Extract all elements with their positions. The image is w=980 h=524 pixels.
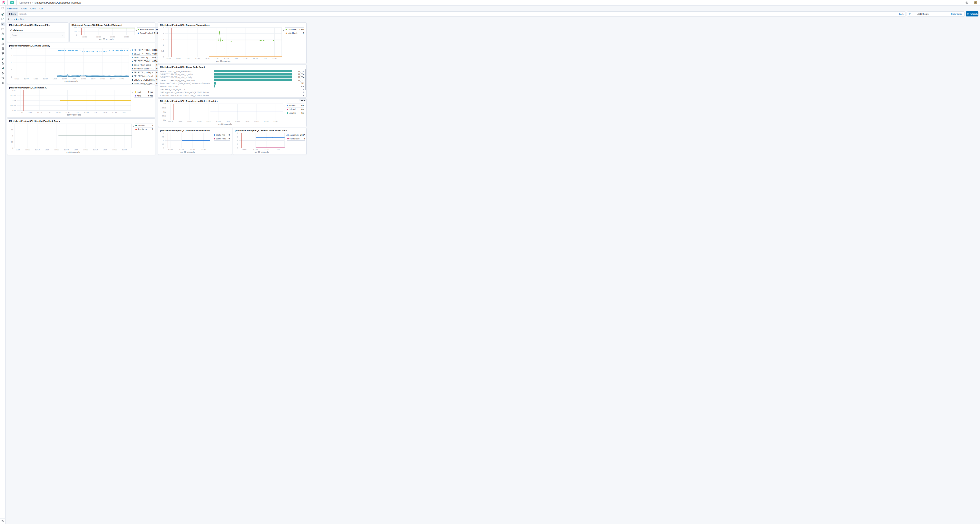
toolbar-link-share[interactable]: Share — [21, 8, 27, 10]
canvas-icon — [1, 27, 4, 30]
query-calls-row[interactable]: CREATE TABLE public.books( role_id seria… — [160, 94, 304, 97]
legend-collapse-icon[interactable] — [130, 48, 132, 83]
legend-collapse-icon[interactable] — [286, 133, 287, 153]
space-badge[interactable]: D — [10, 1, 14, 4]
breadcrumb-dashboard[interactable]: Dashboard — [19, 2, 31, 4]
legend-item[interactable]: write0 ms — [134, 94, 153, 98]
chart-query-latency[interactable]: 0123411:5012:0012:1012:2012:3012:4012:50… — [9, 47, 130, 83]
toolbar-link-full-screen[interactable]: Full screen — [7, 8, 18, 10]
legend-item[interactable]: SELECT t.oid,t.*,c.rel...0 — [132, 74, 158, 78]
sidebar-item-recently-viewed[interactable] — [0, 5, 5, 10]
sidebar-item-metrics[interactable] — [0, 41, 5, 46]
sidebar-item-stack-monitoring[interactable] — [0, 75, 5, 80]
legend-item[interactable]: Rows Fetched0.183 — [137, 31, 159, 35]
chart-local-block-cache[interactable]: -1-0.500.5112:0012:3013:0013:30per 60 se… — [160, 132, 211, 153]
legend-item[interactable]: insert into "books" ("...0 — [132, 67, 158, 71]
legend-value: 0 — [156, 75, 158, 77]
filter-settings-icon[interactable] — [7, 18, 10, 21]
sidebar-item-siem[interactable] — [0, 61, 5, 66]
svg-text:6: 6 — [237, 136, 238, 138]
chart-shared-block-cache[interactable]: 0246812:0012:3013:0013:30per 60 seconds — [235, 132, 286, 153]
search-input[interactable] — [18, 13, 307, 15]
kibana-logo[interactable] — [0, 1, 8, 5]
legend-collapse-icon[interactable] — [284, 104, 286, 126]
svg-text:12:00: 12:00 — [176, 57, 180, 60]
legend-item[interactable]: select * from pg...0.243 — [132, 56, 158, 59]
legend-item[interactable]: read0 ms — [134, 90, 153, 94]
chart-canvas: 00.511.522.511:5012:0012:1012:2012:3012:… — [160, 27, 283, 62]
legend-value: 0 — [156, 64, 158, 66]
query-calls-row[interactable]: select * from pg_stat_statements;11,005 — [160, 70, 304, 73]
sidebar-item-dashboard[interactable] — [0, 22, 5, 27]
legend-item[interactable]: conflicts0 — [135, 124, 153, 127]
sidebar-item-machine-learning[interactable] — [0, 36, 5, 41]
query-calls-row[interactable]: SET application_name = 'PostgreSQL JDBC … — [160, 91, 304, 94]
legend-item[interactable]: cache read0 — [287, 137, 305, 141]
chart-rows-fetched-returned[interactable]: 05001,00012:0012:3013:0013:30per 60 seco… — [72, 27, 136, 41]
legend-item[interactable]: SELECT * FROM...3.655 — [132, 48, 158, 52]
query-calls-row[interactable]: insert into "books" ("role_name") values… — [160, 82, 304, 85]
sidebar-item-logs[interactable] — [0, 46, 5, 51]
query-calls-row[interactable]: SET extra_float_digits = 35 — [160, 88, 304, 91]
legend-item[interactable]: deleted0/s — [286, 107, 304, 111]
svg-text:-0.5: -0.5 — [161, 143, 164, 145]
toolbar-link-edit[interactable]: Edit — [40, 8, 43, 10]
legend-label: cache hits — [216, 134, 228, 136]
panel-scrollbar[interactable] — [305, 69, 306, 90]
sidebar-item-discover[interactable] — [0, 12, 5, 17]
sidebar-item-apm[interactable] — [0, 51, 5, 56]
legend-item[interactable]: rolled back0 — [285, 31, 304, 35]
sidebar-item-graph[interactable] — [0, 66, 5, 71]
legend-item[interactable]: Rows Returned938 — [137, 28, 159, 31]
legend-label: CREATE TABLE publi... — [134, 79, 155, 81]
legend-item[interactable]: committed1.367 — [285, 28, 304, 31]
svg-text:13:30: 13:30 — [110, 78, 115, 80]
legend-item[interactable]: SELECT * FROM...0.076 — [132, 59, 158, 63]
legend-item[interactable]: SELECT i.*,i.indkey a...0 — [132, 71, 158, 74]
legend-item[interactable]: cache hits0 — [214, 133, 230, 137]
svg-text:0.5: 0.5 — [162, 136, 164, 138]
panel-title: [Metricbeat PostgreSQL] Conflict/Deadloc… — [9, 120, 153, 123]
svg-text:13:10: 13:10 — [245, 121, 250, 123]
legend-item[interactable]: CREATE TABLE publi...0 — [132, 78, 158, 82]
svg-text:-0.5: -0.5 — [10, 141, 13, 143]
database-select[interactable]: Select... — [10, 33, 65, 38]
svg-text:13:30: 13:30 — [275, 148, 280, 151]
chart-fileblock-io[interactable]: -1 ms-0.5 ms0 ms0.5 ms1 ms11:5012:0012:1… — [9, 89, 132, 116]
add-filter-button[interactable]: + Add filter — [14, 18, 24, 21]
sidebar-item-maps[interactable] — [0, 31, 5, 36]
chart-database-transactions[interactable]: 00.511.522.511:5012:0012:1012:2012:3012:… — [160, 27, 283, 62]
sidebar-item-uptime[interactable] — [0, 56, 5, 61]
sidebar-item-canvas[interactable] — [0, 27, 5, 31]
legend-collapse-icon[interactable] — [136, 27, 137, 41]
query-calls-row[interactable]: SELECT * FROM pg_stat_activity11,004 — [160, 76, 304, 79]
legend-item[interactable]: updated0/s — [286, 111, 304, 115]
sidebar-item-dev-tools[interactable] — [0, 71, 5, 75]
toolbar-link-clone[interactable]: Clone — [30, 8, 36, 10]
query-calls-row[interactable]: SELECT * FROM pg_stat_database11,003 — [160, 79, 304, 82]
query-calls-row[interactable]: select * from books205 — [160, 85, 304, 88]
filters-button[interactable]: Filters — [7, 11, 18, 16]
query-label: CREATE TABLE public.books( role_id seria… — [160, 94, 213, 97]
legend-collapse-icon[interactable] — [132, 90, 134, 116]
query-calls-value: 5 — [293, 91, 304, 94]
legend-item[interactable]: cache hits5.667 — [287, 133, 305, 137]
svg-text:0: 0 — [76, 34, 77, 36]
query-calls-value: 5 — [293, 94, 304, 97]
legend-item[interactable]: inserted0/s — [286, 104, 304, 107]
legend-collapse-icon[interactable] — [283, 27, 285, 62]
panel-options-button[interactable] — [299, 99, 306, 101]
legend-collapse-icon[interactable] — [133, 124, 135, 154]
panel-database-transactions: [Metricbeat PostgreSQL] Database Transac… — [158, 22, 307, 64]
legend-collapse-icon[interactable] — [211, 133, 214, 153]
chart-rows-inserted-deleted-updated[interactable]: -1/s-0.5/s0/s0.5/s1/s11:5012:0012:1012:2… — [160, 103, 284, 126]
sidebar-item-management[interactable] — [0, 80, 5, 85]
chart-conflict-deadlock[interactable]: -1-0.500.5111:5012:0012:1012:2012:3012:4… — [9, 123, 133, 154]
panel-query-latency: [Metricbeat PostgreSQL] Query Latency 01… — [7, 43, 155, 84]
legend-item[interactable]: SELECT * FROM...0.088 — [132, 52, 158, 56]
query-calls-row[interactable]: SELECT * FROM pg_stat_bgwriter11,004 — [160, 73, 304, 76]
legend-item[interactable]: cache read0 — [214, 137, 230, 141]
legend-item[interactable]: select * from books0 — [132, 63, 158, 67]
legend-item[interactable]: deadlocks0 — [135, 127, 153, 131]
sidebar-item-visualize[interactable] — [0, 17, 5, 22]
